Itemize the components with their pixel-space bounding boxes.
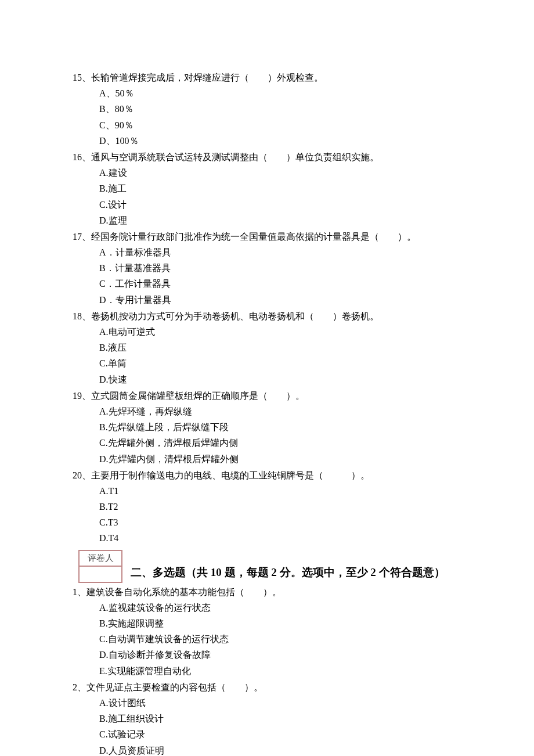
q-num: 15、 [73,73,91,82]
q-text: 文件见证点主要检查的内容包括（ ）。 [86,682,263,692]
question-19: 19、立式圆筒金属储罐壁板组焊的正确顺序是（ ）。 A.先焊环缝，再焊纵缝 B.… [73,388,467,467]
option: B.施工 [73,181,467,196]
q-text: 通风与空调系统联合试运转及测试调整由（ ）单位负责组织实施。 [91,152,379,162]
option: C.设计 [73,197,467,213]
question-20: 20、主要用于制作输送电力的电线、电缆的工业纯铜牌号是（ ）。 A.T1 B.T… [73,467,467,546]
q-num: 1、 [73,587,86,597]
option: B.液压 [73,340,467,355]
option: A．计量标准器具 [73,244,467,260]
option: B.T2 [73,499,467,514]
question-17: 17、经国务院计量行政部门批准作为统一全国量值最高依据的计量器具是（ ）。 A．… [73,229,467,308]
section2-title: 二、多选题（共 10 题，每题 2 分。选项中，至少 2 个符合题意） [131,563,445,582]
option: A.电动可逆式 [73,324,467,340]
option: C.自动调节建筑设备的运行状态 [73,631,467,647]
option: A.T1 [73,483,467,499]
question-15: 15、长输管道焊接完成后，对焊缝应进行（ ）外观检查。 A、50％ B、80％ … [73,70,467,149]
option: C.T3 [73,514,467,530]
section1-questions: 15、长输管道焊接完成后，对焊缝应进行（ ）外观检查。 A、50％ B、80％ … [73,70,467,546]
grader-box: 评卷人 [78,550,122,583]
option: D.先焊罐内侧，清焊根后焊罐外侧 [73,451,467,467]
option: D、100％ [73,133,467,149]
option: D．专用计量器具 [73,292,467,308]
q-num: 17、 [73,232,91,242]
option: A.监视建筑设备的运行状态 [73,600,467,615]
option: E.实现能源管理自动化 [73,663,467,679]
option: C．工作计量器具 [73,276,467,291]
option: B.先焊纵缝上段，后焊纵缝下段 [73,419,467,435]
option: C.试验记录 [73,726,467,742]
question-16: 16、通风与空调系统联合试运转及测试调整由（ ）单位负责组织实施。 A.建设 B… [73,149,467,228]
q-text: 经国务院计量行政部门批准作为统一全国量值最高依据的计量器具是（ ）。 [91,232,416,242]
option: A.先焊环缝，再焊纵缝 [73,404,467,419]
option: C.先焊罐外侧，清焊根后焊罐内侧 [73,435,467,451]
q-num: 18、 [73,311,91,321]
option: D.自动诊断并修复设备故障 [73,647,467,663]
s2-question-2: 2、文件见证点主要检查的内容包括（ ）。 A.设计图纸 B.施工组织设计 C.试… [73,679,467,756]
s2-question-1: 1、建筑设备自动化系统的基本功能包括（ ）。 A.监视建筑设备的运行状态 B.实… [73,584,467,679]
q-text: 卷扬机按动力方式可分为手动卷扬机、电动卷扬机和（ ）卷扬机。 [91,311,379,321]
option: D.快速 [73,372,467,387]
grader-label: 评卷人 [79,550,122,567]
option: B．计量基准器具 [73,260,467,276]
q-num: 20、 [73,470,91,480]
option: C、90％ [73,117,467,133]
option: C.单筒 [73,355,467,371]
option: B.施工组织设计 [73,711,467,726]
q-text: 长输管道焊接完成后，对焊缝应进行（ ）外观检查。 [91,73,323,82]
option: D.监理 [73,213,467,228]
q-text: 主要用于制作输送电力的电线、电缆的工业纯铜牌号是（ ）。 [91,470,370,480]
q-text: 立式圆筒金属储罐壁板组焊的正确顺序是（ ）。 [91,391,305,401]
option: A.设计图纸 [73,695,467,711]
document-page: 15、长输管道焊接完成后，对焊缝应进行（ ）外观检查。 A、50％ B、80％ … [0,0,534,756]
section2-questions: 1、建筑设备自动化系统的基本功能包括（ ）。 A.监视建筑设备的运行状态 B.实… [73,584,467,756]
q-text: 建筑设备自动化系统的基本功能包括（ ）。 [86,587,282,597]
q-num: 16、 [73,152,91,162]
q-num: 19、 [73,391,91,401]
section2-header-row: 评卷人 二、多选题（共 10 题，每题 2 分。选项中，至少 2 个符合题意） [73,547,467,583]
option: B、80％ [73,101,467,117]
option: A、50％ [73,85,467,101]
q-num: 2、 [73,682,86,692]
grader-empty-cell [79,566,122,582]
option: D.人员资质证明 [73,743,467,757]
option: A.建设 [73,165,467,181]
question-18: 18、卷扬机按动力方式可分为手动卷扬机、电动卷扬机和（ ）卷扬机。 A.电动可逆… [73,308,467,387]
option: B.实施超限调整 [73,615,467,631]
option: D.T4 [73,530,467,546]
